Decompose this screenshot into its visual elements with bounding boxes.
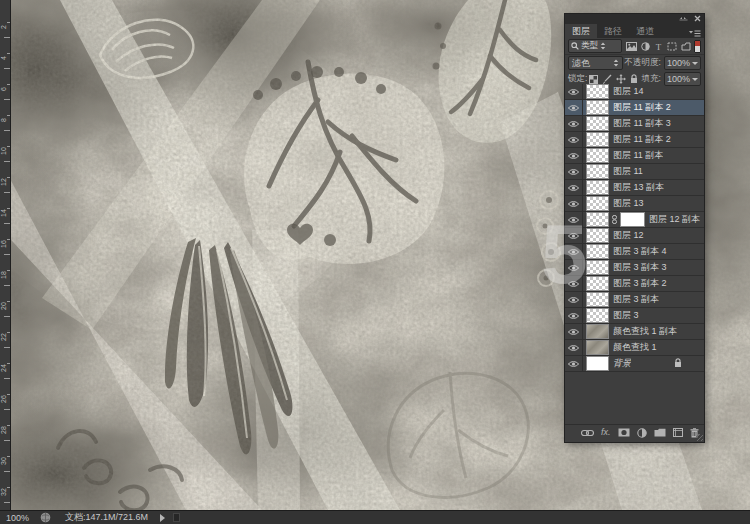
layer-visibility-toggle[interactable]: [565, 116, 583, 131]
layer-thumbnail[interactable]: [586, 196, 609, 211]
layer-row[interactable]: 图层 12 副本: [565, 212, 704, 228]
layer-name[interactable]: 图层 3 副本 2: [613, 277, 667, 290]
panel-menu-icon[interactable]: [689, 29, 701, 38]
layer-name[interactable]: 图层 3 副本 4: [613, 245, 667, 258]
layer-name[interactable]: 图层 14: [613, 85, 644, 98]
layer-row[interactable]: 图层 11: [565, 164, 704, 180]
tab-channels[interactable]: 通道: [629, 24, 661, 38]
scrollbar-notch[interactable]: [173, 513, 180, 522]
layer-row[interactable]: 图层 13: [565, 196, 704, 212]
layer-visibility-toggle[interactable]: [565, 260, 583, 275]
close-panel-icon[interactable]: [691, 15, 704, 24]
layer-row[interactable]: 图层 3 副本: [565, 292, 704, 308]
layer-name[interactable]: 图层 11 副本 3: [613, 117, 671, 130]
layer-thumbnail[interactable]: [586, 180, 609, 195]
layer-name[interactable]: 颜色查找 1: [613, 341, 657, 354]
layer-visibility-toggle[interactable]: [565, 340, 583, 355]
lock-transparent-pixels-icon[interactable]: [589, 75, 598, 84]
layer-name[interactable]: 图层 3 副本: [613, 293, 659, 306]
layer-name[interactable]: 图层 11 副本 2: [613, 133, 671, 146]
filtering-toggle[interactable]: [694, 40, 701, 53]
layer-row[interactable]: 图层 12: [565, 228, 704, 244]
zoom-level-field[interactable]: 100%: [6, 513, 32, 523]
layer-thumbnail[interactable]: [586, 212, 609, 227]
layer-visibility-toggle[interactable]: [565, 84, 583, 99]
layer-thumbnail[interactable]: [586, 292, 609, 307]
layer-row[interactable]: 颜色查找 1 副本: [565, 324, 704, 340]
layer-row[interactable]: 颜色查找 1: [565, 340, 704, 356]
layer-visibility-toggle[interactable]: [565, 356, 583, 371]
layer-thumbnail[interactable]: [586, 84, 609, 99]
layer-name[interactable]: 图层 13: [613, 197, 644, 210]
layer-row[interactable]: 图层 11 副本 2: [565, 100, 704, 116]
layer-visibility-toggle[interactable]: [565, 180, 583, 195]
panel-titlebar[interactable]: [565, 14, 704, 24]
shape-layer-filter-icon[interactable]: [667, 42, 677, 51]
pixel-layer-filter-icon[interactable]: [626, 42, 637, 51]
status-popup-arrow-icon[interactable]: [160, 514, 165, 522]
layer-styles-icon[interactable]: fx.: [601, 428, 611, 437]
layer-thumbnail[interactable]: [586, 260, 609, 275]
layer-row[interactable]: 图层 11 副本: [565, 148, 704, 164]
new-adjustment-layer-icon[interactable]: [637, 428, 647, 438]
layer-thumbnail[interactable]: [586, 116, 609, 131]
mask-link-icon[interactable]: [611, 215, 618, 224]
layer-row[interactable]: 背景: [565, 356, 704, 372]
layer-mask-thumbnail[interactable]: [620, 212, 645, 227]
smart-object-filter-icon[interactable]: [681, 42, 691, 51]
layer-thumbnail[interactable]: [586, 148, 609, 163]
layer-row[interactable]: 图层 3: [565, 308, 704, 324]
layer-thumbnail[interactable]: [586, 164, 609, 179]
layer-name[interactable]: 图层 3 副本 3: [613, 261, 667, 274]
layer-name[interactable]: 图层 12: [613, 229, 644, 242]
layer-name[interactable]: 图层 3: [613, 309, 639, 322]
layer-name[interactable]: 背景: [613, 357, 631, 370]
opacity-input[interactable]: 100%: [664, 56, 701, 70]
lock-position-icon[interactable]: [616, 74, 626, 84]
layer-visibility-toggle[interactable]: [565, 292, 583, 307]
layer-name[interactable]: 图层 11 副本 2: [613, 101, 671, 114]
blend-mode-dropdown[interactable]: 滤色: [568, 56, 623, 70]
layer-row[interactable]: 图层 11 副本 3: [565, 116, 704, 132]
layer-visibility-toggle[interactable]: [565, 100, 583, 115]
layer-thumbnail[interactable]: [586, 100, 609, 115]
layer-row[interactable]: 图层 3 副本 3: [565, 260, 704, 276]
layer-visibility-toggle[interactable]: [565, 164, 583, 179]
layer-thumbnail[interactable]: [586, 276, 609, 291]
link-layers-icon[interactable]: [581, 429, 594, 437]
layer-visibility-toggle[interactable]: [565, 276, 583, 291]
layer-thumbnail[interactable]: [586, 132, 609, 147]
add-layer-mask-icon[interactable]: [618, 428, 630, 437]
layer-row[interactable]: 图层 3 副本 4: [565, 244, 704, 260]
collapse-panel-icon[interactable]: [676, 15, 691, 23]
layer-thumbnail[interactable]: [586, 356, 609, 371]
layer-visibility-toggle[interactable]: [565, 244, 583, 259]
layer-thumbnail[interactable]: [586, 244, 609, 259]
new-group-icon[interactable]: [654, 428, 666, 437]
layer-name[interactable]: 颜色查找 1 副本: [613, 325, 677, 338]
adjustment-layer-filter-icon[interactable]: [641, 42, 650, 51]
layer-thumbnail[interactable]: [586, 340, 609, 355]
layer-visibility-toggle[interactable]: [565, 308, 583, 323]
type-layer-filter-icon[interactable]: T: [654, 42, 663, 51]
layer-row[interactable]: 图层 3 副本 2: [565, 276, 704, 292]
layer-visibility-toggle[interactable]: [565, 148, 583, 163]
layer-visibility-toggle[interactable]: [565, 228, 583, 243]
layer-row[interactable]: 图层 13 副本: [565, 180, 704, 196]
layer-row[interactable]: 图层 11 副本 2: [565, 132, 704, 148]
layer-thumbnail[interactable]: [586, 308, 609, 323]
tab-layers[interactable]: 图层: [565, 24, 597, 38]
layer-name[interactable]: 图层 13 副本: [613, 181, 664, 194]
layer-row[interactable]: 图层 14: [565, 84, 704, 100]
layer-visibility-toggle[interactable]: [565, 212, 583, 227]
tab-paths[interactable]: 路径: [597, 24, 629, 38]
layer-thumbnail[interactable]: [586, 228, 609, 243]
layer-visibility-toggle[interactable]: [565, 132, 583, 147]
document-size-info[interactable]: 文档:147.1M/721.6M: [65, 511, 148, 524]
filter-type-dropdown[interactable]: 类型: [568, 39, 622, 53]
layer-name[interactable]: 图层 12 副本: [649, 213, 700, 226]
layer-thumbnail[interactable]: [586, 324, 609, 339]
lock-all-icon[interactable]: [630, 74, 638, 84]
new-layer-icon[interactable]: [673, 428, 683, 437]
layer-visibility-toggle[interactable]: [565, 324, 583, 339]
